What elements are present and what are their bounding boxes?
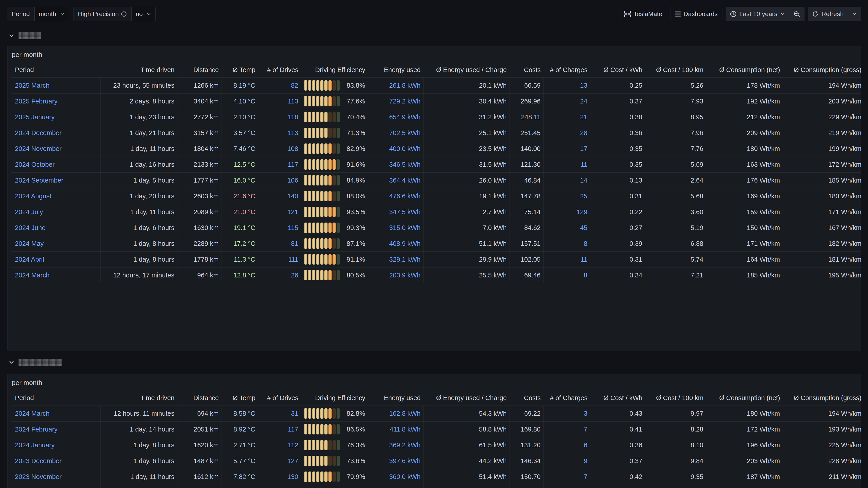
drives-link[interactable]: 130 <box>287 473 298 480</box>
drives-link[interactable]: 82 <box>291 82 298 89</box>
charges-link[interactable]: 25 <box>580 193 587 200</box>
charges-link[interactable]: 14 <box>580 177 587 184</box>
section-collapse-chevron-icon[interactable] <box>8 33 14 39</box>
charges-link[interactable]: 3 <box>584 410 587 417</box>
column-header-distance[interactable]: Distance <box>177 391 221 405</box>
period-link[interactable]: 2024 June <box>15 224 45 231</box>
charges-link[interactable]: 13 <box>580 82 587 89</box>
charges-link[interactable]: 6 <box>584 442 587 449</box>
column-header-cons_net[interactable]: Ø Consumption (net) <box>706 63 783 77</box>
column-header-cost_100[interactable]: Ø Cost / 100 km <box>645 391 706 405</box>
column-header-energy[interactable]: Energy used <box>368 391 423 405</box>
period-link[interactable]: 2023 December <box>15 457 61 464</box>
column-header-cons_gross[interactable]: Ø Consumption (gross) <box>783 63 861 77</box>
panel-title[interactable]: per month <box>11 378 857 388</box>
panel-title[interactable]: per month <box>11 50 857 60</box>
energy-link[interactable]: 360.0 kWh <box>389 473 421 480</box>
energy-link[interactable]: 702.5 kWh <box>389 129 421 136</box>
column-header-charges[interactable]: # of Charges <box>544 63 590 77</box>
charges-link[interactable]: 11 <box>581 256 587 263</box>
energy-link[interactable]: 203.9 kWh <box>389 271 421 279</box>
zoom-out-time-button[interactable] <box>789 7 804 21</box>
column-header-period[interactable]: Period <box>11 391 100 405</box>
period-link[interactable]: 2025 January <box>15 113 55 121</box>
energy-link[interactable]: 400.0 kWh <box>389 145 421 152</box>
charges-link[interactable]: 17 <box>580 145 587 152</box>
column-header-costs[interactable]: Costs <box>509 63 544 77</box>
period-link[interactable]: 2024 November <box>15 145 61 152</box>
energy-link[interactable]: 654.9 kWh <box>389 113 421 121</box>
period-link[interactable]: 2024 January <box>15 442 55 449</box>
energy-link[interactable]: 397.6 kWh <box>389 457 421 464</box>
column-header-time[interactable]: Time driven <box>100 391 177 405</box>
energy-link[interactable]: 261.8 kWh <box>389 82 421 89</box>
charges-link[interactable]: 129 <box>577 208 587 216</box>
drives-link[interactable]: 127 <box>287 457 298 464</box>
refresh-button[interactable]: Refresh <box>808 7 848 21</box>
charges-link[interactable]: 45 <box>580 224 587 231</box>
drives-link[interactable]: 117 <box>288 161 298 168</box>
energy-link[interactable]: 329.1 kWh <box>389 256 421 263</box>
dashboards-button[interactable]: Dashboards <box>670 7 722 21</box>
column-header-eff[interactable]: Driving Efficiency <box>301 391 368 405</box>
drives-link[interactable]: 118 <box>288 113 298 121</box>
period-link[interactable]: 2024 March <box>15 271 50 279</box>
column-header-cons_net[interactable]: Ø Consumption (net) <box>706 391 783 405</box>
period-link[interactable]: 2025 March <box>15 82 50 89</box>
charges-link[interactable]: 8 <box>584 240 587 247</box>
period-link[interactable]: 2025 February <box>15 98 58 105</box>
energy-link[interactable]: 369.2 kWh <box>389 442 421 449</box>
drives-link[interactable]: 108 <box>287 145 298 152</box>
charges-link[interactable]: 7 <box>584 473 587 480</box>
energy-link[interactable]: 162.8 kWh <box>389 410 421 417</box>
period-link[interactable]: 2024 August <box>15 193 51 200</box>
section-collapse-chevron-icon[interactable] <box>8 359 14 365</box>
column-header-temp[interactable]: Ø Temp <box>221 63 258 77</box>
drives-link[interactable]: 115 <box>288 224 298 231</box>
drives-link[interactable]: 26 <box>291 271 298 279</box>
period-link[interactable]: 2024 December <box>15 129 61 136</box>
period-link[interactable]: 2024 July <box>15 208 43 216</box>
column-header-energy[interactable]: Energy used <box>368 63 423 77</box>
column-header-period[interactable]: Period <box>11 63 100 77</box>
period-link[interactable]: 2024 February <box>15 426 58 433</box>
period-link[interactable]: 2024 April <box>15 256 44 263</box>
column-header-cons_gross[interactable]: Ø Consumption (gross) <box>783 391 861 405</box>
charges-link[interactable]: 28 <box>580 129 587 136</box>
drives-link[interactable]: 111 <box>288 256 298 263</box>
charges-link[interactable]: 21 <box>580 113 587 121</box>
charges-link[interactable]: 8 <box>584 271 587 279</box>
period-link[interactable]: 2024 May <box>15 240 43 247</box>
time-range-picker[interactable]: Last 10 years <box>726 7 789 21</box>
drives-link[interactable]: 113 <box>288 98 298 105</box>
drives-link[interactable]: 113 <box>288 129 298 136</box>
drives-link[interactable]: 81 <box>291 240 298 247</box>
charges-link[interactable]: 24 <box>580 98 587 105</box>
column-header-cost_kwh[interactable]: Ø Cost / kWh <box>590 391 645 405</box>
column-header-drives[interactable]: # of Drives <box>258 391 301 405</box>
energy-link[interactable]: 346.5 kWh <box>389 161 421 168</box>
energy-link[interactable]: 729.2 kWh <box>389 98 421 105</box>
charges-link[interactable]: 7 <box>584 426 587 433</box>
refresh-interval-dropdown[interactable] <box>848 7 861 21</box>
drives-link[interactable]: 121 <box>287 208 298 216</box>
column-header-distance[interactable]: Distance <box>177 63 221 77</box>
column-header-time[interactable]: Time driven <box>100 63 177 77</box>
variable-high-precision-select[interactable]: no <box>131 7 155 21</box>
energy-link[interactable]: 476.6 kWh <box>389 193 421 200</box>
column-header-charges[interactable]: # of Charges <box>544 391 590 405</box>
column-header-cost_100[interactable]: Ø Cost / 100 km <box>645 63 706 77</box>
column-header-costs[interactable]: Costs <box>509 391 544 405</box>
drives-link[interactable]: 140 <box>287 193 298 200</box>
column-header-charge[interactable]: Ø Energy used / Charge <box>423 391 509 405</box>
charges-link[interactable]: 11 <box>581 161 587 168</box>
drives-link[interactable]: 117 <box>288 426 298 433</box>
energy-link[interactable]: 364.4 kWh <box>389 177 421 184</box>
column-header-temp[interactable]: Ø Temp <box>221 391 258 405</box>
column-header-cost_kwh[interactable]: Ø Cost / kWh <box>590 63 645 77</box>
period-link[interactable]: 2024 October <box>15 161 55 168</box>
energy-link[interactable]: 408.9 kWh <box>389 240 421 247</box>
drives-link[interactable]: 106 <box>287 177 298 184</box>
variable-period-select[interactable]: month <box>35 7 69 21</box>
drives-link[interactable]: 112 <box>288 442 298 449</box>
